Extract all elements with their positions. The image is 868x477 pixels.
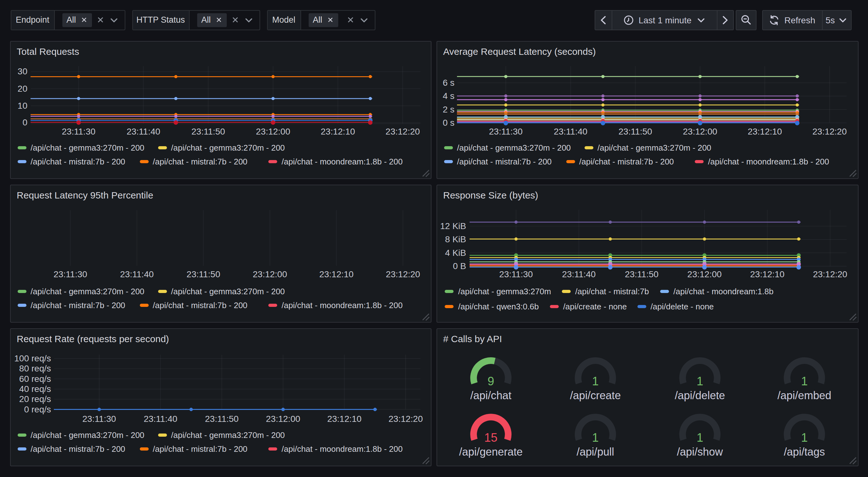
svg-text:23:12:00: 23:12:00 (266, 414, 300, 423)
svg-text:10: 10 (17, 100, 27, 110)
svg-text:40 req/s: 40 req/s (19, 384, 51, 393)
svg-text:0: 0 (22, 117, 27, 127)
svg-text:20 req/s: 20 req/s (19, 394, 51, 404)
svg-text:0 B: 0 B (453, 261, 466, 271)
svg-text:23:11:30: 23:11:30 (82, 414, 116, 423)
svg-text:4 s: 4 s (442, 91, 454, 100)
svg-text:80 req/s: 80 req/s (19, 363, 51, 373)
svg-text:0 req/s: 0 req/s (24, 404, 51, 414)
svg-text:20: 20 (17, 84, 27, 93)
svg-text:23:12:20: 23:12:20 (812, 126, 846, 136)
svg-text:8 KiB: 8 KiB (445, 234, 466, 244)
svg-text:23:11:30: 23:11:30 (53, 269, 87, 279)
svg-text:23:12:20: 23:12:20 (812, 269, 847, 279)
svg-text:23:12:00: 23:12:00 (687, 269, 721, 279)
svg-text:1: 1 (801, 374, 807, 388)
svg-text:23:11:50: 23:11:50 (205, 414, 239, 423)
svg-text:1: 1 (592, 431, 598, 444)
svg-text:/api/embed: /api/embed (777, 389, 831, 401)
svg-text:23:11:50: 23:11:50 (186, 269, 220, 279)
svg-text:15: 15 (484, 431, 497, 444)
svg-text:23:11:50: 23:11:50 (618, 126, 652, 136)
svg-text:23:11:40: 23:11:40 (120, 269, 153, 279)
svg-text:1: 1 (696, 431, 703, 444)
svg-text:100 req/s: 100 req/s (14, 353, 51, 363)
svg-text:23:12:20: 23:12:20 (385, 269, 420, 279)
svg-text:23:12:00: 23:12:00 (256, 126, 290, 136)
svg-text:23:12:10: 23:12:10 (747, 126, 782, 136)
svg-text:1: 1 (592, 374, 598, 388)
svg-text:/api/delete: /api/delete (674, 389, 725, 401)
svg-text:23:12:10: 23:12:10 (327, 414, 361, 423)
svg-text:6 s: 6 s (442, 78, 454, 87)
svg-text:/api/create: /api/create (570, 389, 620, 401)
svg-text:1: 1 (696, 374, 703, 388)
svg-text:/api/show: /api/show (677, 446, 723, 457)
svg-text:1: 1 (801, 431, 807, 444)
svg-text:/api/tags: /api/tags (784, 446, 825, 457)
svg-text:23:11:30: 23:11:30 (489, 126, 523, 136)
svg-text:23:12:10: 23:12:10 (320, 126, 354, 136)
svg-text:/api/pull: /api/pull (576, 446, 614, 457)
svg-text:0 s: 0 s (442, 118, 454, 127)
svg-text:23:11:50: 23:11:50 (191, 126, 225, 136)
svg-text:30: 30 (17, 66, 27, 76)
svg-text:23:11:40: 23:11:40 (143, 414, 177, 423)
svg-text:23:11:40: 23:11:40 (126, 126, 160, 136)
svg-text:23:11:30: 23:11:30 (499, 269, 533, 279)
svg-text:9: 9 (487, 374, 494, 388)
svg-text:23:11:30: 23:11:30 (61, 126, 95, 136)
svg-text:23:12:20: 23:12:20 (388, 414, 423, 423)
svg-text:23:11:40: 23:11:40 (562, 269, 595, 279)
svg-text:4 KiB: 4 KiB (445, 248, 466, 258)
svg-text:12 KiB: 12 KiB (440, 221, 466, 231)
svg-text:60 req/s: 60 req/s (19, 374, 51, 383)
svg-text:23:11:50: 23:11:50 (624, 269, 658, 279)
svg-text:23:12:20: 23:12:20 (385, 126, 420, 136)
svg-text:/api/generate: /api/generate (459, 446, 523, 457)
svg-text:2 s: 2 s (442, 104, 454, 114)
svg-text:23:11:40: 23:11:40 (553, 126, 587, 136)
svg-text:/api/chat: /api/chat (470, 389, 511, 401)
svg-text:23:12:10: 23:12:10 (750, 269, 784, 279)
svg-text:23:12:00: 23:12:00 (682, 126, 717, 136)
svg-text:23:12:10: 23:12:10 (319, 269, 353, 279)
svg-text:23:12:00: 23:12:00 (253, 269, 287, 279)
